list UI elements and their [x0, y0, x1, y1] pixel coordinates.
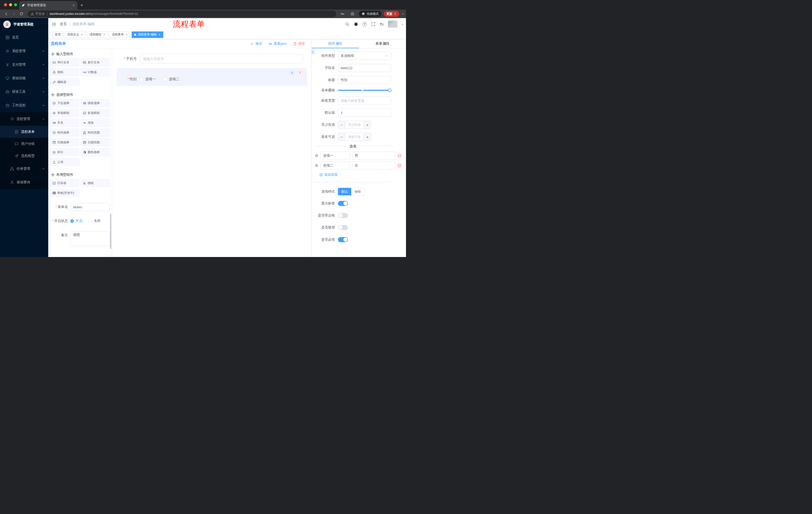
update-button[interactable]: 更新 ⋮ — [384, 11, 399, 17]
tag-home[interactable]: 首页 — [52, 31, 63, 38]
palette-item-single-line-text[interactable]: 单行文本 — [50, 58, 79, 66]
palette-item-checkbox-group[interactable]: 多选框组 — [81, 109, 110, 117]
font-size-icon[interactable]: TT — [380, 22, 384, 26]
avatar-caret-icon[interactable]: ▾ — [402, 23, 403, 26]
show-label-toggle[interactable] — [338, 201, 348, 206]
address-bar[interactable]: 不安全 dashboard.yudao.iocoder.cn /bpm/mana… — [28, 10, 336, 17]
palette-item-radio-group[interactable]: 单选框组 — [50, 109, 79, 117]
help-icon[interactable]: ? — [362, 22, 367, 26]
min-select-placeholder[interactable]: 至少应选 — [345, 121, 364, 129]
sidebar-item-system[interactable]: 系统管理 — [0, 44, 48, 58]
gender-checkbox-option2[interactable]: 选项二 — [163, 77, 179, 81]
hamburger-icon[interactable] — [48, 22, 60, 26]
palette-item-cascader[interactable]: 级联选择 — [81, 99, 110, 107]
window-close-button[interactable] — [4, 3, 7, 6]
tab-close-icon[interactable] — [72, 4, 75, 6]
tag-close-icon[interactable] — [81, 33, 83, 36]
back-icon[interactable] — [2, 10, 10, 17]
sidebar-item-process-management[interactable]: 流程管理 — [0, 112, 48, 126]
palette-item-time-picker[interactable]: 时间选择 — [50, 129, 79, 137]
tag-close-icon[interactable] — [125, 33, 128, 36]
sidebar-item-dev-tools[interactable]: 研发工具 — [0, 85, 48, 99]
tab-component-props[interactable]: 组件属性 — [312, 39, 359, 48]
required-toggle[interactable] — [338, 237, 348, 242]
tag-process-model[interactable]: 流程模型 — [87, 31, 108, 38]
palette-item-multi-line-text[interactable]: 多行文本 — [81, 58, 110, 66]
sidebar-item-process-model[interactable]: 流程模型 — [0, 150, 48, 162]
sidebar-item-process-form[interactable]: 流程表单 — [0, 126, 48, 138]
tab-form-props[interactable]: 表单属性 — [359, 39, 406, 48]
tag-process-definition[interactable]: 流程定义 — [64, 31, 86, 38]
palette-item-date-picker[interactable]: 日期选择 — [50, 138, 79, 146]
profile-caret-icon[interactable]: ▾ — [402, 12, 404, 15]
radio-disabled[interactable]: 关闭 — [88, 219, 100, 223]
clear-button[interactable]: 清空 — [293, 42, 305, 46]
style-default-button[interactable]: 默认 — [338, 188, 351, 195]
decrease-icon[interactable]: − — [338, 133, 345, 141]
fullscreen-icon[interactable] — [371, 22, 376, 26]
radio-enabled[interactable]: 开启 — [70, 219, 82, 223]
breadcrumb-home[interactable]: 首页 — [60, 22, 67, 26]
drag-handle-icon[interactable] — [315, 154, 318, 157]
remove-option-icon[interactable] — [398, 163, 402, 167]
window-minimize-button[interactable] — [9, 3, 12, 6]
grid-slider[interactable] — [338, 90, 389, 91]
phone-input[interactable] — [140, 54, 303, 63]
palette-item-upload[interactable]: 上传 — [50, 158, 79, 166]
view-json-button[interactable]: 查看json — [268, 42, 287, 46]
new-tab-button[interactable]: + — [80, 3, 83, 7]
user-avatar[interactable] — [388, 21, 398, 28]
palette-scrollbar[interactable] — [110, 214, 111, 249]
sidebar-item-infrastructure[interactable]: 基础设施 — [0, 72, 48, 85]
remove-option-icon[interactable] — [398, 154, 402, 158]
forward-icon[interactable] — [10, 10, 18, 17]
palette-item-row-container[interactable]: 行容器 — [50, 179, 79, 187]
palette-item-select[interactable]: 下拉选择 — [50, 99, 79, 107]
form-remark-textarea[interactable]: 嘿嘿 — [70, 231, 110, 246]
reload-icon[interactable] — [18, 10, 25, 17]
label-width-input[interactable] — [338, 97, 391, 105]
palette-item-rate[interactable]: 评分 — [50, 148, 79, 156]
sidebar-item-user-group[interactable]: 用户分组 — [0, 138, 48, 150]
increase-icon[interactable]: + — [364, 121, 371, 129]
palette-item-editor[interactable]: 编辑器 — [50, 78, 79, 86]
sidebar-item-workflow[interactable]: 工作流程 — [0, 99, 48, 112]
tag-process-form-edit[interactable]: 流程表单-编辑 — [132, 31, 163, 38]
canvas-field-gender-selected[interactable]: *性别 选项一 选项二 — [117, 68, 307, 86]
tag-process-form[interactable]: 流程表单 — [109, 31, 130, 38]
max-select-placeholder[interactable]: 最多可选 — [345, 133, 364, 141]
add-option-button[interactable]: 添加选项 — [319, 172, 338, 177]
palette-item-color-picker[interactable]: 颜色选择 — [81, 148, 110, 156]
component-type-select[interactable]: 多选框组 — [338, 52, 391, 60]
security-label[interactable]: 不安全 — [35, 12, 45, 16]
drag-handle-icon[interactable] — [315, 164, 318, 167]
window-zoom-button[interactable] — [14, 3, 17, 6]
sidebar-item-task-management[interactable]: 任务管理 — [0, 162, 48, 175]
sidebar-item-home[interactable]: 首页 — [0, 31, 48, 44]
link-icon[interactable] — [312, 49, 315, 54]
title-input[interactable] — [338, 76, 391, 84]
github-icon[interactable] — [354, 22, 358, 26]
option-label-input[interactable] — [320, 152, 350, 160]
field-name-input[interactable] — [338, 64, 391, 72]
tag-close-icon[interactable] — [158, 33, 161, 36]
palette-item-button[interactable]: 按钮 — [81, 179, 110, 187]
increase-icon[interactable]: + — [364, 133, 371, 141]
decrease-icon[interactable]: − — [338, 121, 345, 129]
option-value-input[interactable] — [352, 152, 396, 160]
tag-close-icon[interactable] — [103, 33, 106, 36]
palette-item-counter[interactable]: 123 计数器 — [81, 68, 110, 76]
slider-handle[interactable] — [388, 88, 392, 92]
search-icon[interactable] — [345, 22, 349, 26]
palette-item-date-range[interactable]: 日期范围 — [81, 138, 110, 146]
style-button-button[interactable]: 按钮 — [351, 188, 364, 195]
sidebar-item-leave-query[interactable]: 请假查询 — [0, 175, 48, 189]
palette-item-switch[interactable]: 开关 — [50, 119, 79, 127]
copy-component-icon[interactable] — [289, 70, 295, 76]
palette-item-table[interactable]: 表格[开发中] — [50, 189, 79, 197]
delete-component-icon[interactable] — [297, 70, 303, 76]
default-value-input[interactable] — [338, 109, 391, 117]
border-toggle[interactable] — [338, 213, 348, 218]
canvas-field-phone[interactable]: *手机号 — [117, 51, 307, 66]
palette-item-slider[interactable]: 滑块 — [81, 119, 110, 127]
